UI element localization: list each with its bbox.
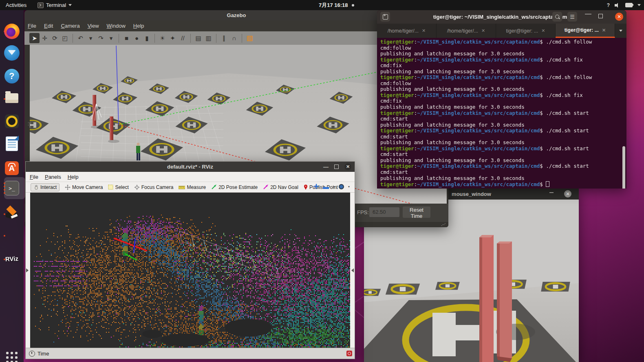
interact-icon [33,184,39,190]
close-icon[interactable]: ✕ [564,190,571,197]
ubuntu-software-icon: A [5,161,19,175]
terminal-tab[interactable]: tiger@tiger: ...✕ [496,24,556,38]
terminal-tab[interactable]: /home/tiger/...✕ [377,24,437,38]
tab-list-dropdown[interactable] [615,24,626,38]
terminal-window: tiger@tiger: ~/VISIM_single/catkin_ws/sr… [377,10,626,189]
menu-help[interactable]: Help [68,174,79,180]
panel-expand-right-icon[interactable] [351,268,354,272]
menu-view[interactable]: View [88,23,99,29]
chevron-down-icon [637,4,641,6]
redo-caret-icon[interactable]: ▾ [106,33,116,43]
menu-button[interactable]: ☰ [567,12,577,22]
add-tool-icon[interactable]: ✛ [313,183,319,190]
dock-item-ubuntu-software[interactable]: A [3,159,21,177]
minimize-icon[interactable] [549,192,554,193]
cylinder-icon[interactable]: ▮ [142,33,152,43]
paste-icon[interactable]: ▥ [203,33,214,43]
align-icon[interactable]: ∥ [219,33,229,43]
reset-time-button[interactable]: Reset Time [403,206,430,218]
toolbar-separator [242,34,242,43]
tab-close-icon[interactable]: ✕ [481,28,485,33]
sphere-icon[interactable]: ● [132,33,142,43]
terminal-headerbar[interactable]: tiger@tiger: ~/VISIM_single/catkin_ws/sr… [377,10,626,24]
dock-item-rviz[interactable]: RViz [3,250,21,268]
dock-item-thunderbird[interactable] [3,44,21,62]
dock-item-show-applications[interactable] [3,349,21,362]
tool-nav-goal[interactable]: 2D Nav Goal [263,184,298,190]
dock-item-rhythmbox[interactable] [3,112,21,130]
menu-window[interactable]: Window [107,23,126,29]
terminal-tab[interactable]: /home/tiger/...✕ [437,24,496,38]
menu-file[interactable]: File [30,174,38,180]
tool-measure[interactable]: Measure [179,184,206,190]
spot-light-icon[interactable]: ✦ [168,33,178,43]
terminal-content[interactable]: tiger@tiger:~/VISIM_single/catkin_ws/src… [377,38,626,189]
maximize-icon[interactable] [334,165,339,169]
maximize-icon[interactable] [598,14,603,18]
tab-close-icon[interactable]: ✕ [422,28,426,33]
system-status-area[interactable]: ? [607,0,641,10]
new-tab-button[interactable] [380,12,390,22]
tool-label: 2D Nav Goal [270,184,298,190]
panel-expand-left-icon[interactable] [26,268,29,272]
rviz-titlebar[interactable]: default.rviz* - RViz — ✕ [26,162,355,172]
show-applications-icon [6,352,18,362]
dock-item-firefox[interactable] [3,22,21,40]
search-button[interactable] [552,12,562,22]
undo-caret-icon[interactable]: ▾ [86,33,96,43]
scale-icon[interactable]: ◰ [60,33,70,43]
minimize-icon[interactable]: — [323,164,329,170]
volume-icon [615,3,620,8]
resize-grip[interactable]: ⡠⠔ [441,222,446,226]
menu-file[interactable]: File [28,23,36,29]
select-arrow-icon[interactable]: ➤ [29,33,40,43]
dock: ? A >_ [0,10,24,362]
copy-icon[interactable]: ▤ [193,33,203,43]
snap-icon[interactable]: ∩ [229,33,239,43]
clock[interactable]: 7月17 16:18 [319,2,348,9]
translate-icon[interactable]: ✛ [40,33,50,43]
point-light-icon[interactable]: ☀ [157,33,168,43]
tab-close-icon[interactable]: ✕ [541,28,545,33]
caret-down-icon[interactable]: ▾ [348,185,350,189]
close-icon[interactable]: ✕ [615,13,623,21]
record-button[interactable] [346,351,352,356]
tool-interact[interactable]: Interact [31,183,60,191]
camera-view-icon[interactable] [339,184,344,189]
activities-button[interactable]: Activities [6,2,26,8]
caret-down-icon[interactable]: ▾ [333,185,335,189]
dock-item-terminal[interactable]: >_ [3,179,21,197]
tool-move-camera[interactable]: Move Camera [65,184,103,190]
gazebo-icon [4,206,19,221]
redo-icon[interactable]: ↷ [96,33,106,43]
close-icon[interactable]: ✕ [344,163,351,170]
insert-model-icon[interactable]: ▧ [245,33,255,43]
tool-pose-estimate[interactable]: 2D Pose Estimate [211,184,258,190]
running-indicator [4,235,5,237]
menu-panels[interactable]: Panels [45,174,61,180]
menu-help[interactable]: Help [133,23,144,29]
dock-item-libreoffice-writer[interactable] [3,135,21,153]
remove-tool-icon[interactable]: ▬ [323,183,329,190]
menu-camera[interactable]: Camera [61,23,79,29]
minimize-icon[interactable]: — [584,10,592,18]
box-icon[interactable]: ■ [121,33,132,43]
app-menu[interactable]: Terminal [37,2,72,8]
dock-item-gazebo[interactable] [3,204,21,222]
tab-close-icon[interactable]: ✕ [602,28,606,33]
tool-focus-camera[interactable]: Focus Camera [134,184,174,190]
undo-icon[interactable]: ↶ [75,33,86,43]
dock-item-help[interactable]: ? [3,67,21,85]
tool-select[interactable]: Select [108,184,128,190]
dock-item-unknown-window[interactable] [3,226,21,244]
scrollbar-thumb[interactable] [622,146,625,189]
menu-edit[interactable]: Edit [44,23,53,29]
tool-label: Interact [40,184,57,190]
dock-item-files[interactable] [3,89,21,107]
rviz-3d-viewport[interactable] [30,193,350,348]
rotate-icon[interactable]: ⟳ [50,33,60,43]
firefox-icon [4,24,20,39]
top-bar: Activities Terminal 7月17 16:18 ? [0,0,644,10]
directional-light-icon[interactable]: // [178,33,188,43]
terminal-tab[interactable]: tiger@tiger: ...✕ [556,24,615,38]
